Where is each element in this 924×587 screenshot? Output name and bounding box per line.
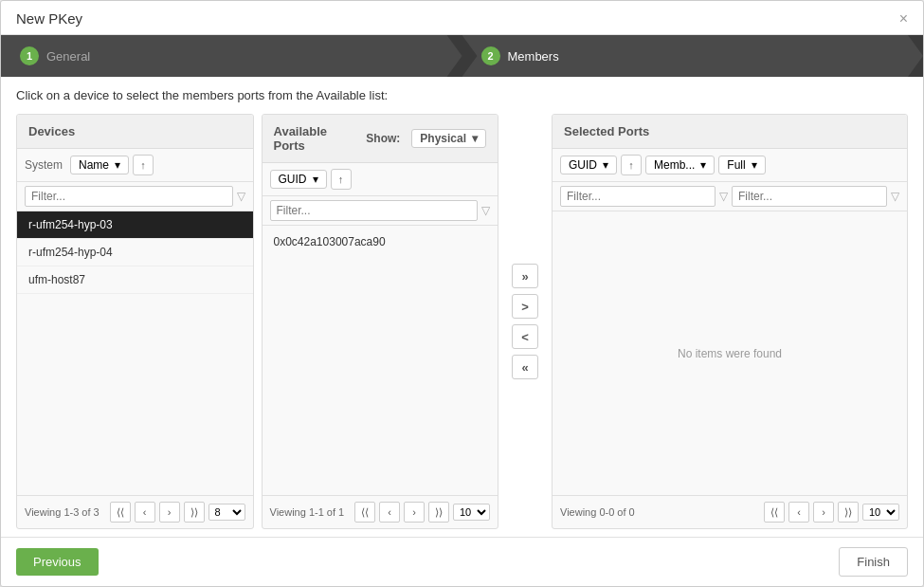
show-label: Show: (366, 132, 400, 145)
column-select-chevron: ▾ (115, 158, 120, 172)
devices-last-page[interactable]: ⟩⟩ (184, 502, 205, 523)
devices-pagination-info: Viewing 1-3 of 3 (25, 506, 106, 518)
selected-guid-label: GUID (569, 158, 597, 172)
available-guid-select[interactable]: GUID ▾ (270, 170, 327, 189)
devices-sort-button[interactable]: ↑ (133, 155, 154, 175)
selected-no-items: No items were found (553, 211, 907, 495)
available-filter-input[interactable] (270, 200, 479, 221)
devices-panel-body: System Name ▾ ↑ ▽ r-ufm254-hyp-03 r-ufm2… (17, 149, 253, 528)
available-pagination: Viewing 1-1 of 1 ⟨⟨ ‹ › ⟩⟩ 10 25 50 (263, 495, 498, 528)
transfer-one-left-button[interactable]: < (512, 324, 538, 349)
available-ports-title: Available Ports (274, 124, 352, 153)
selected-last-page[interactable]: ⟩⟩ (838, 502, 859, 523)
main-content: Devices System Name ▾ ↑ ▽ (1, 114, 923, 537)
step1-label: General (46, 49, 90, 64)
step1-number: 1 (20, 46, 39, 65)
available-port-list: 0x0c42a103007aca90 (263, 226, 498, 495)
show-value: Physical (420, 132, 466, 145)
available-ports-panel: Available Ports Show: Physical ▾ GUID ▾ … (262, 114, 499, 529)
devices-panel: Devices System Name ▾ ↑ ▽ (16, 114, 254, 529)
selected-guid-chevron: ▾ (603, 158, 608, 172)
selected-memb-select[interactable]: Memb... ▾ (645, 156, 715, 174)
available-ports-body: GUID ▾ ↑ ▽ 0x0c42a103007aca90 Viewing 1-… (263, 163, 498, 528)
selected-filter-input-1[interactable] (560, 186, 716, 207)
devices-col-controls: System Name ▾ ↑ (17, 149, 253, 182)
port-item-0[interactable]: 0x0c42a103007aca90 (263, 229, 498, 254)
dialog-footer: Previous Finish (1, 537, 923, 586)
available-last-page[interactable]: ⟩⟩ (428, 502, 449, 523)
devices-prev-page[interactable]: ‹ (135, 502, 155, 523)
selected-pagination: Viewing 0-0 of 0 ⟨⟨ ‹ › ⟩⟩ 10 25 50 (553, 495, 907, 528)
step2-number: 2 (481, 46, 500, 65)
available-filter-icon: ▽ (481, 204, 490, 217)
device-item-0[interactable]: r-ufm254-hyp-03 (17, 211, 253, 239)
devices-filter-input[interactable] (25, 186, 233, 207)
close-button[interactable]: × (899, 11, 908, 27)
selected-pagination-info: Viewing 0-0 of 0 (560, 506, 760, 518)
devices-filter-icon: ▽ (237, 190, 245, 203)
guid-chevron: ▾ (313, 173, 318, 186)
available-pagination-info: Viewing 1-1 of 1 (270, 506, 352, 518)
available-per-page-select[interactable]: 10 25 50 (453, 504, 490, 521)
devices-per-page-select[interactable]: 8 10 25 (208, 504, 245, 521)
selected-filter-row: ▽ ▽ (553, 182, 907, 211)
column-select-value: Name (79, 158, 109, 172)
devices-column-select[interactable]: Name ▾ (70, 156, 129, 174)
selected-col-controls: GUID ▾ ↑ Memb... ▾ Full ▾ (553, 149, 907, 182)
selected-filter-icon-1: ▽ (719, 190, 728, 203)
selected-ports-body: GUID ▾ ↑ Memb... ▾ Full ▾ ▽ (553, 149, 907, 528)
device-item-2[interactable]: ufm-host87 (17, 266, 253, 294)
show-select[interactable]: Physical ▾ (411, 129, 486, 148)
selected-sort-button[interactable]: ↑ (621, 155, 642, 175)
selected-ports-header: Selected Ports (553, 115, 907, 149)
wizard-step-members[interactable]: 2 Members (462, 35, 924, 77)
wizard-steps: 1 General 2 Members (1, 35, 923, 77)
guid-label: GUID (279, 173, 307, 186)
dialog-title: New PKey (16, 10, 82, 27)
transfer-one-right-button[interactable]: > (512, 294, 538, 319)
selected-full-label: Full (727, 158, 745, 172)
transfer-all-right-button[interactable]: » (512, 264, 538, 288)
available-filter-row: ▽ (263, 196, 498, 226)
show-chevron: ▾ (472, 132, 478, 145)
selected-per-page-select[interactable]: 10 25 50 (862, 504, 899, 521)
step2-label: Members (508, 49, 559, 64)
available-col-controls: GUID ▾ ↑ (263, 163, 498, 196)
available-sort-button[interactable]: ↑ (331, 169, 352, 190)
device-list: r-ufm254-hyp-03 r-ufm254-hyp-04 ufm-host… (17, 211, 253, 495)
transfer-all-left-button[interactable]: « (512, 355, 538, 379)
finish-button[interactable]: Finish (839, 547, 908, 577)
instruction-text: Click on a device to select the members … (1, 77, 923, 114)
selected-memb-chevron: ▾ (700, 158, 706, 172)
devices-next-page[interactable]: › (159, 502, 180, 523)
available-ports-header: Available Ports Show: Physical ▾ (263, 115, 498, 163)
devices-pagination: Viewing 1-3 of 3 ⟨⟨ ‹ › ⟩⟩ 8 10 25 (17, 495, 253, 528)
selected-next-page[interactable]: › (813, 502, 834, 523)
selected-prev-page[interactable]: ‹ (788, 502, 809, 523)
selected-guid-select[interactable]: GUID ▾ (560, 156, 617, 174)
selected-full-chevron: ▾ (752, 158, 757, 172)
devices-panel-header: Devices (17, 115, 253, 149)
devices-filter-row: ▽ (17, 182, 253, 211)
selected-full-select[interactable]: Full ▾ (718, 156, 765, 174)
selected-ports-panel: Selected Ports GUID ▾ ↑ Memb... ▾ Full (552, 114, 908, 529)
system-label: System (25, 158, 63, 172)
dialog: New PKey × 1 General 2 Members Click on … (0, 0, 924, 587)
selected-memb-label: Memb... (654, 158, 695, 172)
devices-first-page[interactable]: ⟨⟨ (110, 502, 131, 523)
selected-first-page[interactable]: ⟨⟨ (764, 502, 785, 523)
available-prev-page[interactable]: ‹ (379, 502, 400, 523)
devices-title: Devices (28, 124, 75, 138)
available-first-page[interactable]: ⟨⟨ (354, 502, 375, 523)
selected-ports-title: Selected Ports (564, 124, 649, 138)
selected-filter-icon-2: ▽ (891, 190, 899, 203)
previous-button[interactable]: Previous (16, 548, 99, 576)
wizard-step-general[interactable]: 1 General (1, 35, 462, 77)
device-item-1[interactable]: r-ufm254-hyp-04 (17, 239, 253, 266)
transfer-buttons: » > < « (506, 114, 544, 529)
selected-filter-input-2[interactable] (732, 186, 887, 207)
available-next-page[interactable]: › (404, 502, 425, 523)
dialog-header: New PKey × (1, 1, 923, 35)
